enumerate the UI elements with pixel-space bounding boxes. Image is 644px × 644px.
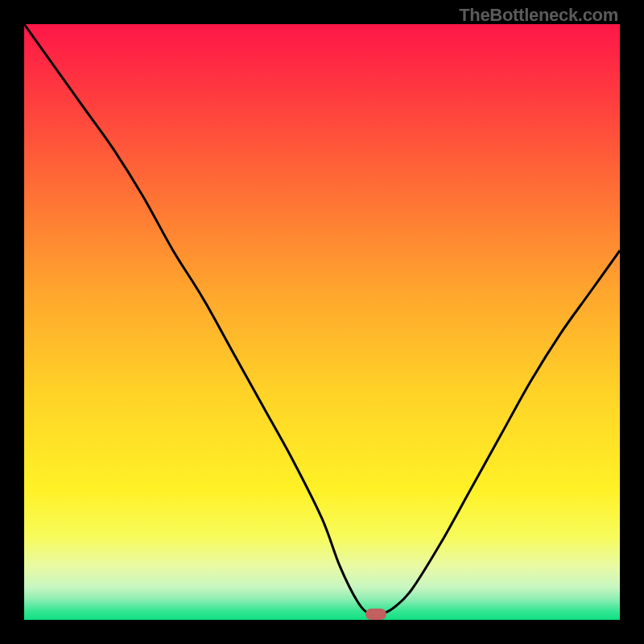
optimum-marker [365, 609, 386, 620]
bottleneck-curve-chart [24, 24, 620, 620]
watermark-text: TheBottleneck.com [459, 5, 618, 26]
chart-area [24, 24, 620, 620]
gradient-background [24, 24, 620, 620]
